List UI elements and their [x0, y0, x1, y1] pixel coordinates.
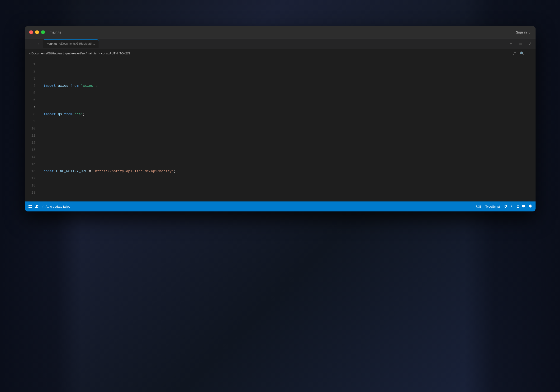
auto-update-text: Auto update failed	[46, 205, 70, 208]
editor-window: main.ts Sign in ⌄ ← → main.ts ~/Document…	[25, 26, 536, 211]
svg-point-4	[36, 205, 37, 206]
check-icon: ✓	[41, 205, 44, 208]
svg-rect-0	[29, 205, 30, 206]
line-num-1: 1	[25, 61, 35, 68]
breadcrumb-symbol: const AUTH_TOKEN	[101, 51, 130, 55]
line-num-7: 7	[25, 104, 35, 111]
users-icon[interactable]	[35, 205, 39, 208]
code-area: 1 2 3 4 5 6 7 8 9 10 11 12 13 14 15 16 1…	[25, 58, 536, 201]
close-button[interactable]	[29, 30, 33, 34]
window-title: main.ts	[50, 30, 61, 34]
svg-rect-3	[30, 207, 32, 208]
sign-in-label: Sign in	[516, 30, 527, 34]
svg-rect-2	[29, 207, 30, 208]
new-tab-button[interactable]: +	[508, 40, 514, 47]
bell-icon[interactable]	[528, 204, 532, 209]
tab-path: ~/Documents/GitHub/earth...	[59, 42, 95, 45]
fullscreen-button[interactable]: ⤢	[527, 40, 533, 47]
maximize-button[interactable]	[41, 30, 45, 34]
code-line-3	[43, 139, 536, 146]
tab-main-ts[interactable]: main.ts ~/Documents/GitHub/earth...	[43, 40, 99, 48]
line-num-5: 5	[25, 89, 35, 96]
line-numbers: 1 2 3 4 5 6 7 8 9 10 11 12 13 14 15 16 1…	[25, 58, 40, 201]
status-icons: Z	[504, 204, 532, 209]
back-button[interactable]: ←	[27, 40, 34, 47]
split-editor-button[interactable]: ◫	[517, 40, 524, 47]
code-line-1: import axios from 'axios';	[43, 82, 536, 89]
kw-from-2: from	[64, 111, 72, 118]
line-num-16: 16	[25, 168, 35, 175]
code-line-4: const LINE_NOTIFY_URL = 'https://notify-…	[43, 168, 536, 175]
forward-button[interactable]: →	[34, 40, 41, 47]
title-bar: main.ts Sign in ⌄	[25, 26, 536, 39]
type-icon[interactable]: :T	[513, 51, 516, 55]
z-icon[interactable]: Z	[517, 205, 519, 208]
line-num-10: 10	[25, 125, 35, 132]
chat-icon[interactable]	[522, 204, 526, 209]
grid-icon[interactable]	[28, 205, 32, 208]
line-num-6: 6	[25, 96, 35, 104]
status-left: ✓ Auto update failed	[28, 205, 70, 208]
terminal-icon[interactable]	[510, 204, 514, 209]
line-num-15: 15	[25, 161, 35, 168]
kw-from-1: from	[70, 82, 79, 89]
traffic-lights	[29, 30, 45, 34]
var-qs: qs	[58, 111, 62, 118]
status-bar: ✓ Auto update failed 7:38 TypeScript	[25, 201, 536, 211]
breadcrumb-path: ~/Documents/GitHub/earthquake-alert/src/…	[29, 51, 97, 55]
kw-const-1: const	[43, 168, 54, 175]
code-line-2: import qs from 'qs';	[43, 111, 536, 118]
line-num-4: 4	[25, 82, 35, 89]
auto-update-status: ✓ Auto update failed	[41, 205, 70, 208]
tab-actions: + ◫ ⤢	[508, 40, 533, 47]
breadcrumb-separator: >	[98, 51, 100, 55]
menu-icon[interactable]: ⋮	[528, 51, 532, 56]
line-num-2: 2	[25, 68, 35, 75]
cursor-position[interactable]: 7:38	[475, 205, 481, 208]
settings-icon[interactable]	[504, 204, 508, 209]
line-num-11: 11	[25, 132, 35, 139]
sign-in-button[interactable]: Sign in ⌄	[516, 30, 531, 34]
line-num-3: 3	[25, 75, 35, 82]
language-mode[interactable]: TypeScript	[485, 205, 500, 208]
line-num-14: 14	[25, 153, 35, 161]
tab-filename: main.ts	[47, 42, 57, 46]
svg-rect-1	[30, 205, 32, 206]
kw-import-2: import	[43, 111, 56, 118]
var-axios: axios	[58, 82, 68, 89]
code-content[interactable]: import axios from 'axios'; import qs fro…	[40, 58, 536, 201]
svg-point-5	[37, 205, 39, 206]
line-num-17: 17	[25, 175, 35, 182]
kw-import-1: import	[43, 82, 56, 89]
line-num-18: 18	[25, 182, 35, 189]
line-num-9: 9	[25, 118, 35, 125]
breadcrumb-bar: ~/Documents/GitHub/earthquake-alert/src/…	[25, 49, 536, 58]
breadcrumb-actions: :T 🔍 ⋮	[513, 51, 532, 56]
str-axios: 'axios'	[81, 82, 95, 89]
line-num-8: 8	[25, 111, 35, 118]
str-qs: 'qs'	[75, 111, 83, 118]
status-right: 7:38 TypeScript Z	[475, 204, 532, 209]
minimize-button[interactable]	[35, 30, 39, 34]
tab-bar: ← → main.ts ~/Documents/GitHub/earth... …	[25, 39, 536, 49]
line-num-13: 13	[25, 146, 35, 153]
var-line-notify-url: LINE_NOTIFY_URL	[56, 168, 87, 175]
code-line-5	[43, 196, 536, 201]
line-num-12: 12	[25, 139, 35, 146]
str-line-notify-url: 'https://notify-api.line.me/api/notify'	[93, 168, 174, 175]
chevron-down-icon: ⌄	[528, 30, 531, 34]
search-icon[interactable]: 🔍	[520, 51, 524, 56]
line-num-19: 19	[25, 189, 35, 196]
